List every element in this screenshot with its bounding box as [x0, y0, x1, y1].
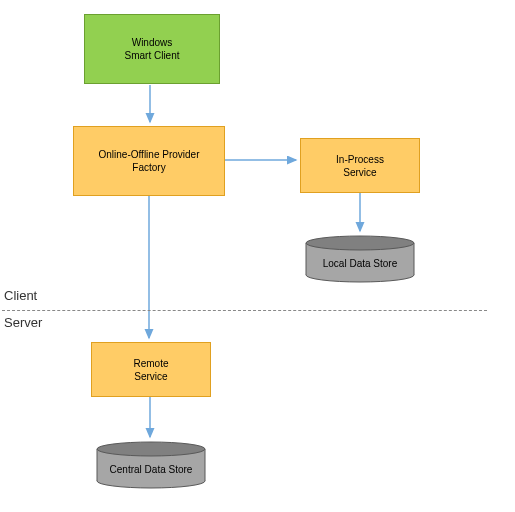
label-line1: Online-Offline Provider — [99, 149, 200, 160]
svg-point-9 — [97, 442, 205, 456]
label-line2: Smart Client — [124, 50, 179, 61]
zone-client-label: Client — [4, 288, 37, 303]
arrow-client-to-factory — [0, 0, 515, 512]
label: Local Data Store — [323, 258, 398, 269]
label-line1: Remote — [133, 358, 168, 369]
node-inprocess-service: In-Process Service — [300, 138, 420, 193]
label-line2: Service — [343, 167, 376, 178]
zone-divider — [2, 310, 487, 311]
label: Central Data Store — [110, 464, 193, 475]
node-local-data-store: Local Data Store — [305, 235, 415, 283]
node-provider-factory: Online-Offline Provider Factory — [73, 126, 225, 196]
node-remote-service: Remote Service — [91, 342, 211, 397]
label-line1: Windows — [132, 37, 173, 48]
node-central-data-store: Central Data Store — [96, 441, 206, 489]
label-line2: Service — [134, 371, 167, 382]
node-windows-smart-client: Windows Smart Client — [84, 14, 220, 84]
label-line2: Factory — [132, 162, 165, 173]
svg-point-4 — [306, 236, 414, 250]
zone-server-label: Server — [4, 315, 42, 330]
label-line1: In-Process — [336, 154, 384, 165]
